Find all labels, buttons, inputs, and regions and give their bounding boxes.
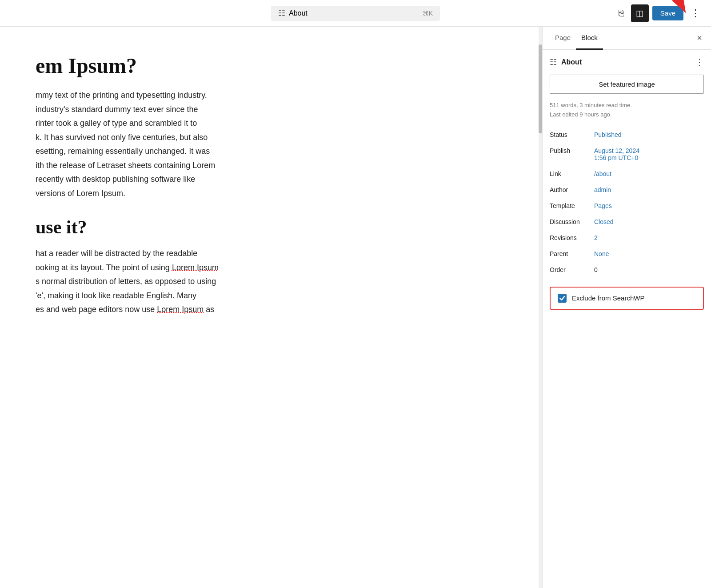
info-table: StatusPublishedPublishAugust 12, 20241:5… (550, 127, 704, 278)
field-value: 0 (594, 262, 704, 278)
field-value[interactable]: Closed (594, 214, 704, 230)
content-para-1: mmy text of the printing and typesetting… (36, 88, 524, 200)
stats-text: 511 words, 3 minutes read time. Last edi… (550, 101, 704, 120)
page-title-bar: About (289, 9, 308, 17)
tab-block[interactable]: Block (576, 27, 603, 50)
field-value[interactable]: Published (594, 127, 704, 143)
field-value[interactable]: None (594, 246, 704, 262)
monitor-button[interactable]: ⎘ (615, 6, 627, 20)
content-area: em Ipsum? mmy text of the printing and t… (0, 27, 542, 588)
table-row: PublishAugust 12, 20241:56 pm UTC+0 (550, 143, 704, 166)
field-value[interactable]: August 12, 20241:56 pm UTC+0 (594, 143, 704, 166)
table-row: Revisions2 (550, 230, 704, 246)
field-label: Revisions (550, 230, 594, 246)
sidebar-body: ☷ About ⋮ Set featured image 511 words, … (543, 50, 711, 588)
scrollbar-thumb[interactable] (539, 44, 542, 133)
lorem-ipsum-link-2[interactable]: Lorem Ipsum (157, 305, 204, 314)
field-value[interactable]: admin (594, 182, 704, 198)
table-row: ParentNone (550, 246, 704, 262)
doc-icon: ☷ (278, 8, 285, 18)
about-row: ☷ About ⋮ (550, 57, 704, 68)
field-label: Publish (550, 143, 594, 166)
sidebar-toggle-area: ◫ (631, 4, 649, 22)
shortcut-label: ⌘K (423, 10, 433, 17)
content-para-2: hat a reader will be distracted by the r… (36, 247, 524, 317)
stats-edited: Last edited 9 hours ago. (550, 110, 704, 120)
topbar: ☷ About ⌘K ⎘ ◫ Save ⋮ (0, 0, 711, 27)
field-value[interactable]: Pages (594, 198, 704, 214)
about-more-button[interactable]: ⋮ (695, 57, 704, 68)
main-layout: em Ipsum? mmy text of the printing and t… (0, 27, 711, 588)
save-button[interactable]: Save (652, 6, 683, 20)
sidebar-tabs: Page Block × (543, 27, 711, 50)
heading-lorem-ipsum: em Ipsum? (36, 53, 524, 78)
checkmark-icon (559, 295, 565, 301)
exclude-checkbox[interactable] (558, 294, 567, 303)
set-featured-image-button[interactable]: Set featured image (550, 75, 704, 94)
about-doc-icon: ☷ (550, 57, 557, 67)
stats-words: 511 words, 3 minutes read time. (550, 101, 704, 110)
field-value[interactable]: 2 (594, 230, 704, 246)
field-label: Parent (550, 246, 594, 262)
field-label: Template (550, 198, 594, 214)
topbar-actions: ⎘ ◫ Save ⋮ (615, 4, 704, 22)
scrollbar-track[interactable] (539, 27, 542, 588)
about-row-left: ☷ About (550, 57, 582, 67)
tab-page[interactable]: Page (550, 27, 576, 50)
field-value[interactable]: /about (594, 166, 704, 182)
about-title: About (561, 58, 582, 66)
command-palette[interactable]: ☷ About ⌘K (271, 6, 440, 21)
table-row: Order0 (550, 262, 704, 278)
table-row: Authoradmin (550, 182, 704, 198)
field-label: Author (550, 182, 594, 198)
lorem-ipsum-link-1[interactable]: Lorem Ipsum (172, 263, 219, 272)
field-label: Discussion (550, 214, 594, 230)
field-label: Order (550, 262, 594, 278)
more-options-button[interactable]: ⋮ (687, 6, 704, 21)
table-row: DiscussionClosed (550, 214, 704, 230)
table-row: StatusPublished (550, 127, 704, 143)
heading-use-it: use it? (36, 216, 524, 238)
field-label: Link (550, 166, 594, 182)
table-row: Link/about (550, 166, 704, 182)
sidebar-close-button[interactable]: × (695, 31, 704, 45)
field-label: Status (550, 127, 594, 143)
exclude-label: Exclude from SearchWP (572, 294, 644, 302)
sidebar: Page Block × ☷ About ⋮ Set featured imag… (542, 27, 711, 588)
sidebar-toggle-button[interactable]: ◫ (631, 4, 649, 22)
exclude-searchwp-row: Exclude from SearchWP (550, 287, 704, 310)
table-row: TemplatePages (550, 198, 704, 214)
